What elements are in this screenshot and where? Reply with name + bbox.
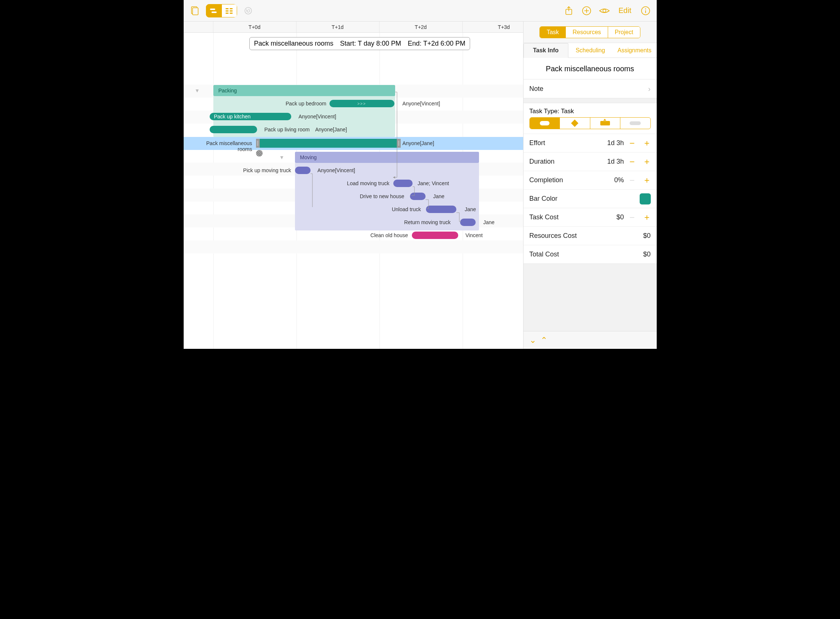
share-icon[interactable] <box>562 4 575 18</box>
task-cost-label: Task Cost <box>529 213 617 221</box>
svg-rect-1 <box>193 8 198 15</box>
group-moving-header[interactable]: Moving <box>295 152 479 163</box>
subtab-task-info[interactable]: Task Info <box>523 43 568 58</box>
svg-point-15 <box>645 8 646 9</box>
completion-value[interactable]: 0% <box>614 176 624 184</box>
group-packing-label: Packing <box>218 88 237 94</box>
task-label: Load moving truck <box>330 180 390 186</box>
task-resource: Jane <box>433 193 444 199</box>
inspector-mode-project[interactable]: Project <box>608 27 640 38</box>
view-segmented-control[interactable] <box>206 4 237 18</box>
inspector-mode-segmented[interactable]: Task Resources Project <box>540 26 640 38</box>
task-resource: Anyone[Vincent] <box>402 100 440 106</box>
inspector-mode-task[interactable]: Task <box>540 27 565 38</box>
task-resource: Jane <box>465 206 476 212</box>
svg-rect-9 <box>230 13 233 14</box>
inspector-task-title: Pack miscellaneous rooms <box>523 58 657 79</box>
task-type-task[interactable] <box>530 118 560 129</box>
view-outline[interactable] <box>221 4 237 18</box>
day-col-0: T+0d <box>213 21 296 32</box>
task-bar-return[interactable] <box>460 218 476 226</box>
bar-color-row[interactable]: Bar Color <box>523 189 657 208</box>
svg-rect-5 <box>230 8 233 9</box>
task-row-selected[interactable]: Pack miscellaneous rooms Anyone[Jane] <box>184 137 523 150</box>
task-type-milestone[interactable] <box>559 118 590 129</box>
resources-cost-row: Resources Cost $0 <box>523 226 657 245</box>
effort-row: Effort 1d 3h − + <box>523 134 657 152</box>
gantt-chart[interactable]: T+0d T+1d T+2d T+3d Pack miscella <box>184 21 523 349</box>
group-packing-header[interactable]: Packing <box>213 85 395 96</box>
task-bar-load[interactable] <box>393 179 413 187</box>
effort-value[interactable]: 1d 3h <box>607 139 624 147</box>
task-type-hammock[interactable] <box>590 118 620 129</box>
svg-point-13 <box>603 9 606 12</box>
subtab-scheduling[interactable]: Scheduling <box>568 43 613 58</box>
completion-label: Completion <box>529 176 614 184</box>
view-icon[interactable] <box>598 4 611 18</box>
documents-icon[interactable] <box>188 4 202 18</box>
svg-rect-2 <box>210 9 215 10</box>
task-resource: Jane; Vincent <box>418 180 449 186</box>
completion-plus[interactable]: + <box>643 175 651 185</box>
effort-plus[interactable]: + <box>643 138 651 148</box>
task-type-label: Task Type: Task <box>523 103 657 117</box>
resources-cost-value: $0 <box>643 232 650 240</box>
task-cost-value[interactable]: $0 <box>616 213 624 221</box>
chevron-right-icon: › <box>648 85 651 93</box>
view-gantt[interactable] <box>206 4 221 18</box>
task-tooltip: Pack miscellaneous rooms Start: T day 8:… <box>249 37 471 50</box>
task-label: Pack up bedroom <box>267 100 326 106</box>
edit-button[interactable]: Edit <box>616 6 634 15</box>
note-label: Note <box>529 85 648 93</box>
info-icon[interactable] <box>639 4 652 18</box>
task-label: Drive to new house <box>345 193 404 199</box>
task-resource: Anyone[Vincent] <box>299 114 336 120</box>
task-cost-row: Task Cost $0 − + <box>523 208 657 226</box>
task-bar-livingroom[interactable] <box>210 126 257 133</box>
task-bar-unload[interactable] <box>426 206 456 213</box>
group-moving-label: Moving <box>300 154 317 160</box>
inspector-panel: Task Resources Project Task Info Schedul… <box>523 21 657 349</box>
subtab-assignments[interactable]: Assignments <box>613 43 657 58</box>
task-type-group[interactable] <box>620 118 650 129</box>
task-resource: Anyone[Jane] <box>315 127 347 133</box>
inspector-mode-resources[interactable]: Resources <box>565 27 607 38</box>
tooltip-title: Pack miscellaneous rooms <box>254 40 333 48</box>
task-bar-pickup[interactable] <box>295 167 311 174</box>
task-label: Pack miscellaneous rooms <box>191 140 252 152</box>
task-bar-drive[interactable] <box>410 193 426 200</box>
duration-plus[interactable]: + <box>643 157 651 167</box>
task-cost-minus: − <box>629 212 636 223</box>
effort-label: Effort <box>529 139 607 147</box>
duration-value[interactable]: 1d 3h <box>607 158 624 166</box>
undo-icon[interactable] <box>242 4 255 18</box>
task-bar-bedroom[interactable]: >>> <box>329 100 395 107</box>
task-bar-misc[interactable] <box>256 139 401 148</box>
nav-up-icon[interactable]: ⌃ <box>541 335 547 345</box>
task-label: Unload truck <box>369 206 421 212</box>
duration-row: Duration 1d 3h − + <box>523 152 657 171</box>
add-icon[interactable] <box>580 4 593 18</box>
task-label: Return moving truck <box>392 219 451 225</box>
svg-rect-8 <box>226 13 229 14</box>
note-row[interactable]: Note › <box>523 79 657 98</box>
svg-rect-6 <box>226 10 229 12</box>
constraint-pin-icon[interactable] <box>256 150 263 157</box>
nav-down-icon[interactable]: ⌄ <box>529 335 536 345</box>
bar-color-swatch[interactable] <box>640 193 651 205</box>
task-type-segmented[interactable] <box>529 117 651 129</box>
effort-minus[interactable]: − <box>629 138 636 148</box>
task-resource: Vincent <box>466 232 483 238</box>
task-bar-clean[interactable] <box>412 232 458 239</box>
disclosure-triangle-icon[interactable]: ▼ <box>280 154 285 160</box>
disclosure-triangle-icon[interactable]: ▼ <box>195 88 200 94</box>
day-col-1: T+1d <box>296 21 380 32</box>
task-resource: Anyone[Vincent] <box>318 167 356 173</box>
duration-minus[interactable]: − <box>629 157 636 167</box>
completion-row: Completion 0% − + <box>523 171 657 189</box>
task-label: Pack up living room <box>265 127 310 133</box>
inspector-subtabs[interactable]: Task Info Scheduling Assignments <box>523 43 657 58</box>
total-cost-label: Total Cost <box>529 251 643 258</box>
task-cost-plus[interactable]: + <box>643 212 651 223</box>
tooltip-start: Start: T day 8:00 PM <box>340 40 401 48</box>
